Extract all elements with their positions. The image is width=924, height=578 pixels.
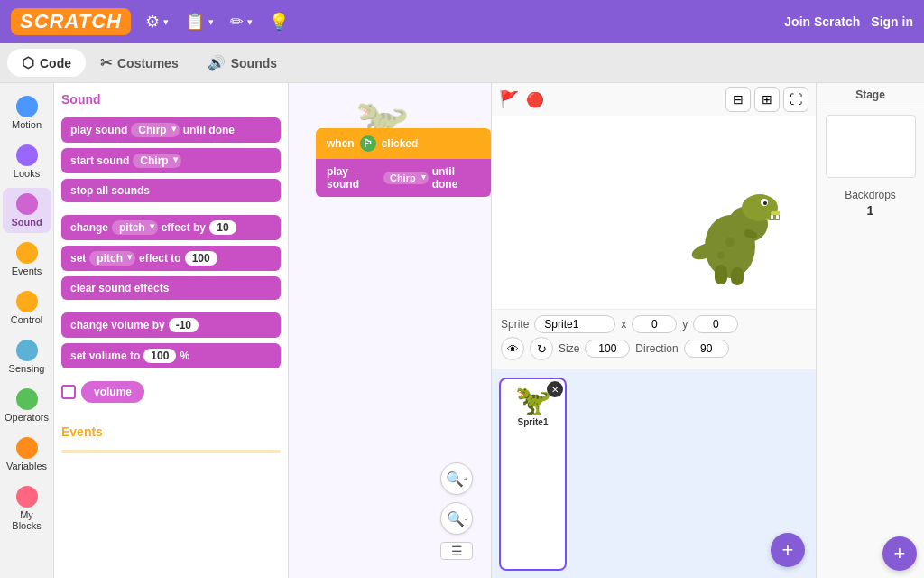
block-stop-all-sounds[interactable]: stop all sounds: [61, 179, 281, 202]
sidebar-item-sensing[interactable]: Sensing: [3, 334, 51, 379]
x-value[interactable]: 0: [632, 315, 677, 333]
layout-buttons: ⊟ ⊞ ⛶: [725, 87, 808, 112]
sprite-thumb-sprite1[interactable]: ✕ 🦖 Sprite1: [499, 378, 567, 571]
scratch-logo[interactable]: SCRATCH: [11, 8, 131, 35]
block-change-volume-label: change volume by: [70, 319, 165, 331]
fit-button[interactable]: ☰: [440, 542, 473, 560]
sidebar-label-events: Events: [12, 266, 42, 276]
zoom-out-button[interactable]: 🔍-: [440, 502, 473, 535]
header-left: SCRATCH ⚙ ▾ 📋 ▾ ✏ ▾ 💡: [11, 8, 289, 35]
sidebar-item-control[interactable]: Control: [3, 285, 51, 331]
svg-rect-4: [771, 211, 780, 215]
stage-mini-preview[interactable]: [826, 115, 916, 178]
block-effect-value[interactable]: 10: [209, 220, 236, 235]
until-done-script-label: until done: [432, 165, 480, 191]
block-set-effect[interactable]: set pitch effect to 100: [61, 246, 281, 271]
rotate-sprite-button[interactable]: ↻: [530, 337, 553, 360]
when-clicked-block[interactable]: when 🏳 clicked: [316, 128, 491, 159]
sidebar-label-sound: Sound: [11, 217, 42, 228]
block-start-sound[interactable]: start sound Chirp: [61, 148, 281, 173]
sign-in-button[interactable]: Sign in: [871, 14, 913, 29]
palette-title: Sound: [61, 90, 281, 108]
direction-value[interactable]: 90: [684, 340, 729, 358]
sprite-name-input[interactable]: [534, 315, 615, 333]
tutorials-icon[interactable]: 📋 ▾: [185, 12, 214, 32]
chirp-dropdown-script[interactable]: Chirp: [383, 172, 429, 184]
backdrops-label: Backdrops: [845, 189, 896, 201]
block-change-label: change: [70, 221, 108, 234]
show-sprite-button[interactable]: 👁: [501, 337, 524, 360]
play-sound-script-block[interactable]: play sound Chirp until done: [316, 159, 491, 197]
green-flag-button[interactable]: 🚩: [499, 89, 519, 109]
header-icons: ⚙ ▾ 📋 ▾ ✏ ▾ 💡: [145, 12, 289, 32]
backdrops-info: Backdrops 1: [817, 185, 924, 221]
join-scratch-button[interactable]: Join Scratch: [784, 14, 860, 29]
block-chirp-dropdown-1[interactable]: Chirp: [131, 123, 179, 137]
block-effect-to-value[interactable]: 100: [185, 251, 217, 266]
block-volume-value[interactable]: 100: [143, 349, 176, 363]
block-set-volume[interactable]: set volume to 100 %: [61, 343, 281, 368]
layout-medium-button[interactable]: ⊞: [754, 87, 780, 112]
block-clear-effects[interactable]: clear sound effects: [61, 276, 281, 300]
settings-icon[interactable]: ⚙ ▾: [145, 12, 169, 32]
editor-tabs: ⬡ Code ✂ Costumes 🔊 Sounds: [0, 43, 924, 83]
size-value[interactable]: 100: [585, 340, 630, 358]
lamp-icon[interactable]: 💡: [269, 12, 289, 32]
stage-top-controls: 🚩 🔴 ⊟ ⊞ ⛶: [492, 83, 816, 116]
sidebar-item-operators[interactable]: Operators: [3, 383, 51, 428]
layout-fullscreen-button[interactable]: ⛶: [783, 87, 808, 112]
sidebar-item-myblocks[interactable]: My Blocks: [3, 480, 51, 536]
header-right: Join Scratch Sign in: [784, 14, 913, 29]
add-sprite-button[interactable]: +: [771, 533, 805, 567]
direction-label: Direction: [635, 342, 678, 355]
svg-rect-8: [776, 215, 779, 219]
category-sidebar: Motion Looks Sound Events Control Sensin…: [0, 83, 54, 578]
svg-rect-7: [771, 215, 773, 219]
block-change-volume[interactable]: change volume by -10: [61, 312, 281, 338]
block-play-sound-until[interactable]: play sound Chirp until done: [61, 117, 281, 143]
block-pitch-dropdown-1[interactable]: pitch: [112, 220, 158, 235]
sidebar-label-operators: Operators: [5, 412, 49, 423]
sidebar-item-looks[interactable]: Looks: [3, 139, 51, 184]
block-change-effect[interactable]: change pitch effect by 10: [61, 215, 281, 240]
tab-code[interactable]: ⬡ Code: [7, 49, 86, 77]
zoom-in-button[interactable]: 🔍+: [440, 462, 473, 495]
edit-icon[interactable]: ✏ ▾: [230, 12, 253, 32]
sidebar-item-sound[interactable]: Sound: [3, 188, 51, 233]
sidebar-label-variables: Variables: [6, 461, 47, 471]
tab-costumes[interactable]: ✂ Costumes: [86, 49, 193, 77]
tab-sounds[interactable]: 🔊 Sounds: [193, 49, 291, 77]
block-volume-reporter[interactable]: volume: [81, 381, 144, 403]
stage-panel-title: Stage: [817, 83, 924, 107]
sidebar-item-motion[interactable]: Motion: [3, 90, 51, 135]
app-header: SCRATCH ⚙ ▾ 📋 ▾ ✏ ▾ 💡 Join Scratch Sign …: [0, 0, 924, 43]
svg-rect-10: [715, 265, 727, 284]
tab-costumes-label: Costumes: [117, 56, 179, 70]
block-palette: Sound play sound Chirp until done start …: [54, 83, 289, 578]
script-area[interactable]: 🦖 when 🏳 clicked play sound Chirp until …: [289, 83, 491, 578]
add-backdrop-button[interactable]: +: [882, 536, 917, 571]
block-pitch-dropdown-2[interactable]: pitch: [89, 251, 135, 266]
green-flag-icon: 🏳: [360, 135, 376, 152]
y-value[interactable]: 0: [693, 315, 738, 333]
clicked-label: clicked: [382, 137, 419, 150]
sprite-label: Sprite: [501, 318, 529, 331]
sprite-name-row: Sprite x 0 y 0: [501, 315, 807, 333]
block-set-volume-label: set volume to: [70, 350, 140, 362]
stage-area: 🚩 🔴 ⊟ ⊞ ⛶: [491, 83, 816, 578]
svg-point-14: [717, 252, 725, 259]
play-sound-script-label: play sound: [327, 165, 380, 191]
looks-dot: [16, 144, 38, 166]
svg-rect-11: [731, 267, 744, 285]
block-chirp-dropdown-2[interactable]: Chirp: [133, 154, 180, 168]
layout-small-button[interactable]: ⊟: [725, 87, 751, 112]
myblocks-dot: [16, 486, 38, 508]
sensing-dot: [16, 340, 38, 361]
control-dot: [16, 291, 38, 312]
stop-button[interactable]: 🔴: [526, 91, 544, 108]
delete-sprite-button[interactable]: ✕: [547, 381, 563, 397]
volume-checkbox[interactable]: [61, 385, 76, 399]
sidebar-item-events[interactable]: Events: [3, 237, 51, 282]
block-volume-change-value[interactable]: -10: [169, 318, 199, 332]
sidebar-item-variables[interactable]: Variables: [3, 432, 51, 477]
